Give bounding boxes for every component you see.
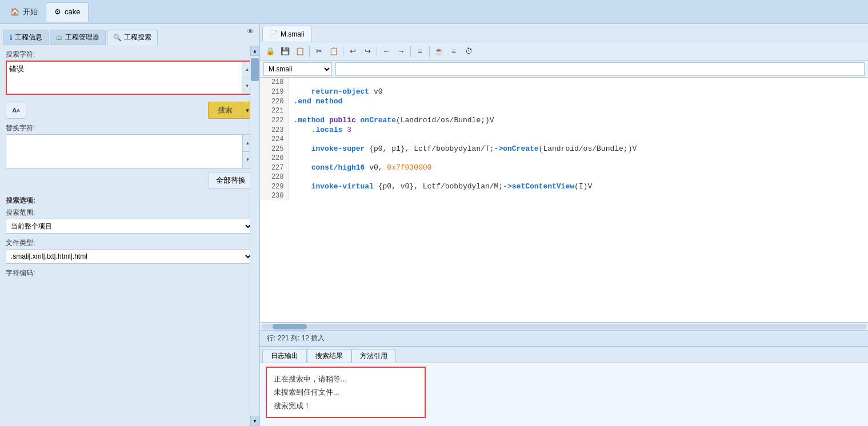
save-btn[interactable]: 💾 (278, 45, 292, 58)
file-tab-msmali[interactable]: 📄 M.smali (262, 26, 311, 42)
format-btn[interactable]: ≡ (413, 45, 427, 58)
tab-home-label: 开始 (23, 7, 38, 17)
filetype-select[interactable]: .smali|.xml|.txt|.html|.html (6, 249, 253, 264)
tab-cake-label: cake (65, 7, 80, 16)
left-scroll-down[interactable]: ▼ (250, 416, 259, 426)
line-content (289, 172, 868, 182)
table-row: 218 (260, 78, 868, 87)
line-num: 228 (260, 172, 289, 182)
table-row: 224 (260, 135, 868, 144)
editor-toolbar: 🔒 💾 📋 ✂ 📋 ↩ ↪ ← → ≡ ☕ ≡ ⏱ (260, 42, 868, 61)
code-editor[interactable]: 218 219 return-object v0 220 .end method… (260, 78, 868, 322)
table-row: 222 .method public onCreate(Landroid/os/… (260, 115, 868, 125)
search-result-line-3: 搜索完成！ (274, 399, 418, 412)
replace-label: 替换字符: (6, 123, 253, 133)
replace-all-button[interactable]: 全部替换 (209, 172, 253, 189)
file-icon: 📄 (270, 30, 278, 38)
replace-input-wrapper: ▲ ▼ (6, 134, 253, 168)
line-num: 226 (260, 154, 289, 163)
code-table: 218 219 return-object v0 220 .end method… (260, 78, 868, 200)
redo-btn[interactable]: ↪ (361, 45, 374, 58)
manager-icon: 🗂 (56, 34, 63, 42)
status-row: 行: 221 列: 12 插入 (267, 333, 325, 343)
line-num: 222 (260, 115, 289, 125)
cut-btn[interactable]: ✂ (312, 45, 326, 58)
sep3 (377, 46, 377, 57)
list-btn[interactable]: ≡ (447, 45, 461, 58)
nav-file-select[interactable]: M.smali (263, 62, 332, 76)
paste-btn[interactable]: 📋 (327, 45, 341, 58)
tab-log-output[interactable]: 日志输出 (262, 349, 307, 363)
line-num: 221 (260, 106, 289, 115)
options-label: 搜索选项: (6, 196, 253, 206)
left-panel: 👁 ℹ 工程信息 🗂 工程管理器 🔍 工程搜索 搜索字符: (0, 24, 260, 426)
undo-btn[interactable]: ↩ (346, 45, 359, 58)
nav-method-input[interactable] (335, 62, 865, 76)
forward-btn[interactable]: → (394, 45, 408, 58)
home-icon: 🏠 (10, 7, 19, 16)
file-tabs: 📄 M.smali (260, 24, 868, 42)
encoding-label: 字符编码: (6, 268, 253, 278)
tab-search-label: 工程搜索 (124, 33, 151, 42)
left-scroll-up[interactable]: ▲ (250, 46, 259, 56)
search-result-line-1: 正在搜索中，请稍等... (274, 372, 418, 385)
table-row: 221 (260, 106, 868, 115)
tab-method-ref[interactable]: 方法引用 (351, 349, 396, 363)
table-row: 220 .end method (260, 97, 868, 106)
line-num: 223 (260, 125, 289, 135)
line-content: .method public onCreate(Landroid/os/Bund… (289, 115, 868, 125)
replace-input[interactable] (6, 135, 242, 166)
table-row: 223 .locals 3 (260, 125, 868, 135)
range-label: 搜索范围: (6, 208, 253, 218)
tab-cake[interactable]: ⚙ cake (46, 2, 89, 22)
table-row: 228 (260, 172, 868, 182)
aa-button[interactable]: AA (6, 102, 26, 119)
bottom-content: 正在搜索中，请稍等... 未搜索到任何文件... 搜索完成！ (260, 363, 868, 426)
search-input[interactable] (7, 62, 242, 93)
sep1 (309, 46, 310, 57)
table-row: 219 return-object v0 (260, 87, 868, 97)
filetype-label: 文件类型: (6, 238, 253, 248)
line-content (289, 78, 868, 87)
java-btn[interactable]: ☕ (432, 45, 446, 58)
timer-btn[interactable]: ⏱ (462, 45, 475, 58)
right-panel: 📄 M.smali 🔒 💾 📋 ✂ 📋 ↩ ↪ ← → ≡ ☕ ≡ ⏱ (260, 24, 868, 426)
search-options-section: 搜索选项: 搜索范围: 当前整个项目 当前文件 选中区域 文件类型: .smal… (6, 196, 253, 278)
copy2-btn[interactable]: 📋 (293, 45, 307, 58)
eye-icon[interactable]: 👁 (247, 27, 254, 36)
search-section: 搜索字符: ▲ ▼ (6, 50, 253, 95)
replace-all-row: 全部替换 (6, 172, 253, 189)
line-content (289, 106, 868, 115)
search-controls: AA 搜索 ▼ (6, 102, 253, 119)
table-row: 225 invoke-super {p0, p1}, Lctf/bobbydyl… (260, 144, 868, 154)
line-content: invoke-virtual {p0, v0}, Lctf/bobbydylan… (289, 182, 868, 191)
tab-home[interactable]: 🏠 开始 (2, 2, 46, 22)
tab-project-search[interactable]: 🔍 工程搜索 (107, 30, 158, 45)
line-num: 225 (260, 144, 289, 154)
line-num: 219 (260, 87, 289, 97)
search-button-group: 搜索 ▼ (208, 102, 253, 119)
range-select[interactable]: 当前整个项目 当前文件 选中区域 (6, 219, 253, 234)
info-icon: ℹ (10, 34, 13, 42)
tab-project-info[interactable]: ℹ 工程信息 (3, 30, 49, 45)
status-bar: 行: 221 列: 12 插入 (260, 330, 868, 346)
h-scrollbar[interactable] (260, 322, 868, 330)
left-panel-content: 搜索字符: ▲ ▼ AA 搜索 ▼ (0, 45, 259, 426)
main-layout: 👁 ℹ 工程信息 🗂 工程管理器 🔍 工程搜索 搜索字符: (0, 24, 868, 426)
left-panel-scrollbar: ▲ ▼ (250, 46, 259, 426)
table-row: 229 invoke-virtual {p0, v0}, Lctf/bobbyd… (260, 182, 868, 191)
table-row: 230 (260, 191, 868, 200)
cake-icon: ⚙ (54, 7, 61, 16)
left-scroll-track (250, 56, 259, 416)
nav-bar: M.smali (260, 61, 868, 78)
line-content: const/high16 v0, 0x7f030000 (289, 163, 868, 172)
search-button[interactable]: 搜索 (208, 102, 242, 119)
tab-project-manager[interactable]: 🗂 工程管理器 (50, 30, 106, 45)
line-content: return-object v0 (289, 87, 868, 97)
left-panel-tabs: ℹ 工程信息 🗂 工程管理器 🔍 工程搜索 (0, 26, 259, 45)
lock-btn[interactable]: 🔒 (263, 45, 277, 58)
back-btn[interactable]: ← (379, 45, 393, 58)
tab-search-results[interactable]: 搜索结果 (307, 349, 351, 363)
tab-bar: 🏠 开始 ⚙ cake (0, 0, 868, 24)
bottom-panel: 日志输出 搜索结果 方法引用 正在搜索中，请稍等... 未搜索到任何文件... … (260, 346, 868, 426)
